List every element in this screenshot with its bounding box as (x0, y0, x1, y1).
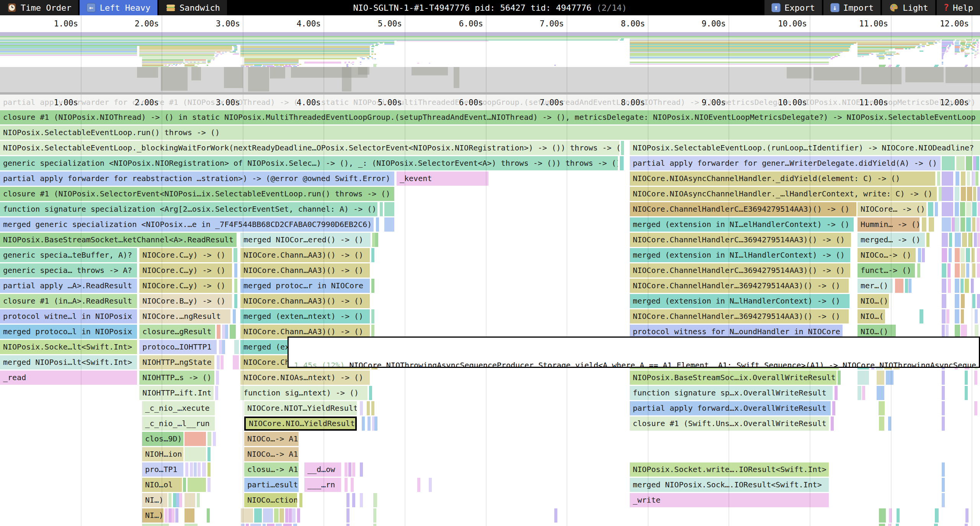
flame-frame[interactable]: generic specialization <NIOPosix.NIORegi… (0, 156, 618, 170)
flame-frame[interactable] (185, 462, 188, 477)
flame-frame[interactable] (917, 263, 920, 278)
flame-frame[interactable] (879, 417, 884, 431)
flame-frame[interactable] (220, 355, 224, 369)
flame-frame[interactable]: merged NIOPosix.Sock….IOResult<Swift.Int… (630, 478, 829, 492)
flame-frame[interactable]: partial apply forwarder for reabstractio… (0, 172, 394, 186)
flame-frame[interactable] (373, 493, 377, 507)
flame-frame[interactable]: NIOPosix.BaseStreamSocket…ketChannel<A>.… (0, 233, 237, 247)
flame-frame[interactable]: function signature sp…x.OverallWriteResu… (630, 386, 833, 400)
flame-frame[interactable]: partial apply forwarder for gener…Writer… (630, 156, 941, 170)
flame-frame[interactable]: NIOCo…ction (244, 493, 297, 507)
flame-frame[interactable] (965, 371, 968, 385)
flame-frame[interactable] (197, 493, 200, 507)
flame-frame[interactable] (942, 371, 945, 385)
flame-frame[interactable] (972, 294, 975, 308)
flame-frame[interactable] (620, 156, 624, 170)
flame-frame[interactable]: NIOCore.NIOAs…ntext) -> () (240, 371, 370, 385)
flame-frame[interactable]: NIOCore.NIOT…YieldResult (244, 401, 357, 415)
flame-frame[interactable] (207, 478, 211, 492)
flame-frame[interactable]: NIOPosix.Socke…lt<Swift.Int> (0, 340, 137, 354)
flame-frame[interactable]: closure #1 (Swift.Uns…x.OverallWriteResu… (630, 417, 829, 431)
flame-frame[interactable] (168, 508, 172, 523)
flame-frame[interactable]: NIOCore.NIOAsyncChannelHandler._didYield… (630, 172, 935, 186)
flame-frame[interactable] (947, 263, 951, 278)
flame-frame[interactable]: NIOPosix.SelectableEventLoop._blockingWa… (0, 141, 619, 155)
flame-frame[interactable] (942, 294, 946, 308)
flame-frame[interactable] (374, 417, 377, 431)
flame-frame[interactable] (942, 156, 955, 170)
flame-frame[interactable] (935, 508, 939, 523)
flame-frame[interactable] (942, 217, 951, 232)
flame-frame[interactable] (279, 508, 284, 523)
flame-frame[interactable]: NIOH…ion (142, 447, 183, 461)
flame-frame[interactable] (942, 248, 947, 262)
flame-frame[interactable]: NIOCo…-> A1 (244, 447, 299, 461)
flame-frame[interactable] (369, 386, 372, 400)
flame-frame[interactable]: merged (extension in N…lHandlerContext) … (630, 294, 849, 308)
flame-frame[interactable] (233, 309, 236, 323)
flame-frame[interactable] (972, 172, 975, 186)
flame-frame[interactable] (142, 524, 169, 526)
flame-frame[interactable] (246, 524, 249, 526)
flame-frame[interactable] (942, 187, 953, 201)
tab-left-heavy[interactable]: ←Left Heavy (80, 0, 157, 15)
flame-frame[interactable] (554, 508, 557, 523)
flame-frame[interactable] (188, 478, 206, 492)
flame-frame[interactable] (373, 508, 376, 523)
flame-frame[interactable] (955, 294, 959, 308)
flame-frame[interactable] (384, 202, 394, 216)
flame-frame[interactable] (234, 248, 237, 262)
flame-frame[interactable] (972, 202, 977, 216)
flame-frame[interactable] (961, 309, 964, 323)
flame-frame[interactable] (926, 233, 929, 247)
flame-frame[interactable]: ___…rn (304, 478, 341, 492)
flame-frame[interactable] (219, 340, 222, 354)
flame-frame[interactable] (955, 309, 959, 323)
flame-frame[interactable] (972, 217, 975, 232)
flame-frame[interactable] (879, 508, 886, 523)
flame-frame[interactable]: partial apply forward…x.OverallWriteResu… (630, 401, 831, 415)
flame-frame[interactable] (190, 462, 193, 477)
flame-frame[interactable]: NIOCore.ChannelHandler…3694279514AA3)() … (630, 279, 849, 293)
flame-frame[interactable] (371, 279, 374, 293)
flame-frame[interactable]: NIOHTTP…ngState (139, 355, 214, 369)
flame-frame[interactable] (974, 371, 977, 385)
flame-frame[interactable]: NIOCore.ChannelHandlerC…3694279514AA3)()… (630, 263, 850, 278)
flame-frame[interactable] (961, 294, 965, 308)
flame-frame[interactable] (173, 493, 176, 507)
flame-frame[interactable] (974, 401, 977, 415)
flame-frame[interactable] (858, 371, 869, 385)
flame-frame[interactable] (172, 508, 175, 523)
flame-frame[interactable] (960, 279, 964, 293)
flame-chart[interactable]: partial apply forwarder for closure #1 (… (0, 95, 980, 526)
flame-frame[interactable]: NIOCo…-> A1 (244, 432, 299, 446)
flame-frame[interactable] (621, 141, 624, 155)
flame-frame[interactable] (233, 355, 239, 369)
flame-frame[interactable] (942, 233, 948, 247)
flame-frame[interactable] (928, 202, 933, 216)
flame-frame[interactable] (942, 462, 945, 477)
flame-frame[interactable]: NI…) (142, 508, 163, 523)
flame-frame[interactable] (961, 263, 965, 278)
flame-frame[interactable] (254, 508, 262, 523)
flame-frame[interactable] (230, 325, 236, 339)
flame-frame[interactable]: __d…ow (304, 462, 341, 477)
tab-time-order[interactable]: Time Order (0, 0, 78, 15)
flame-frame[interactable] (973, 187, 976, 201)
flame-frame[interactable] (368, 417, 371, 431)
flame-frame[interactable] (966, 217, 971, 232)
flame-frame[interactable] (285, 508, 288, 523)
flame-frame[interactable] (973, 156, 976, 170)
flame-frame[interactable] (832, 401, 835, 415)
flame-frame[interactable]: clos…9D) (142, 432, 183, 446)
flame-frame[interactable] (360, 401, 363, 415)
flame-frame[interactable] (293, 524, 297, 526)
flame-frame[interactable] (297, 508, 300, 523)
flame-frame[interactable] (215, 386, 218, 400)
tab-sandwich[interactable]: Sandwich (159, 0, 227, 15)
flame-frame[interactable]: NIOCore.B…y) -> () (139, 294, 232, 308)
flame-frame[interactable] (978, 202, 980, 216)
flame-frame[interactable] (939, 187, 942, 201)
flame-frame[interactable] (960, 248, 965, 262)
flame-frame[interactable]: NIOCore.ChannelHandlerC…3694279514AA3)()… (630, 233, 851, 247)
